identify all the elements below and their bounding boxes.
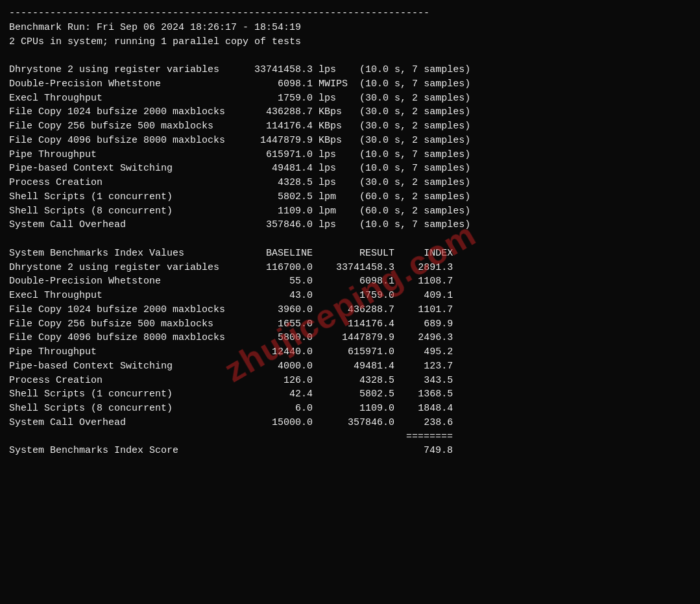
benchmark-row: File Copy 1024 bufsize 2000 maxblocks 43… — [9, 105, 691, 119]
index-row-index: 1108.7 — [394, 274, 453, 289]
index-row-baseline: 3960.0 — [231, 303, 313, 317]
index-row-baseline: 42.4 — [231, 387, 313, 402]
bench-value: 4328.5 — [231, 176, 313, 190]
bench-unit: lps — [313, 148, 354, 162]
bench-value: 5802.5 — [231, 190, 313, 204]
benchmark-row: File Copy 256 bufsize 500 maxblocks 1141… — [9, 119, 691, 134]
bench-meta: (10.0 s, 7 samples) — [354, 77, 470, 91]
index-data-row: Double-Precision Whetstone 55.0 6098.1 1… — [9, 274, 691, 289]
score-value: 749.8 — [231, 444, 453, 458]
bench-value: 357846.0 — [231, 218, 313, 232]
index-row-baseline: 1655.0 — [231, 317, 313, 332]
bench-unit: KBps — [313, 119, 354, 134]
index-data-row: Process Creation 126.0 4328.5 343.5 — [9, 374, 691, 388]
bench-unit: lps — [313, 91, 354, 106]
index-row-label: Pipe-based Context Switching — [9, 359, 231, 374]
index-header-row: System Benchmarks Index Values BASELINE … — [9, 247, 691, 261]
index-row-result: 1109.0 — [313, 402, 394, 416]
index-row-index: 238.6 — [394, 416, 453, 430]
bench-label: File Copy 256 bufsize 500 maxblocks — [9, 119, 231, 134]
index-row-baseline: 55.0 — [231, 274, 313, 289]
benchmark-row: Shell Scripts (8 concurrent) 1109.0 lpm … — [9, 204, 691, 219]
index-row-result: 357846.0 — [313, 416, 394, 430]
index-row-label: Dhrystone 2 using register variables — [9, 261, 231, 275]
bench-value: 1759.0 — [231, 91, 313, 106]
bench-unit: lpm — [313, 204, 354, 219]
benchmark-run-line2: 2 CPUs in system; running 1 parallel cop… — [9, 35, 691, 49]
bench-unit: lps — [313, 162, 354, 176]
index-row-result: 615971.0 — [313, 345, 394, 359]
benchmark-run-line1: Benchmark Run: Fri Sep 06 2024 18:26:17 … — [9, 21, 691, 35]
index-row-baseline: 116700.0 — [231, 261, 313, 275]
benchmark-row: Shell Scripts (1 concurrent) 5802.5 lpm … — [9, 190, 691, 204]
bench-label: Pipe-based Context Switching — [9, 162, 231, 176]
benchmark-row: Dhrystone 2 using register variables 337… — [9, 63, 691, 77]
index-row-label: Process Creation — [9, 374, 231, 388]
index-row-label: Shell Scripts (8 concurrent) — [9, 402, 231, 416]
index-row-baseline: 6.0 — [231, 402, 313, 416]
index-data-row: Pipe Throughput 12440.0 615971.0 495.2 — [9, 345, 691, 359]
score-row: System Benchmarks Index Score 749.8 — [9, 444, 691, 458]
bench-meta: (10.0 s, 7 samples) — [354, 218, 470, 232]
index-row-baseline: 15000.0 — [231, 416, 313, 430]
index-row-baseline: 126.0 — [231, 374, 313, 388]
index-row-label: Shell Scripts (1 concurrent) — [9, 387, 231, 402]
bench-meta: (10.0 s, 7 samples) — [354, 148, 470, 162]
index-row-index: 1368.5 — [394, 387, 453, 402]
index-row-label: File Copy 256 bufsize 500 maxblocks — [9, 317, 231, 332]
index-row-index: 409.1 — [394, 289, 453, 303]
bench-value: 6098.1 — [231, 77, 313, 91]
bench-meta: (30.0 s, 2 samples) — [354, 176, 470, 190]
bench-label: Dhrystone 2 using register variables — [9, 63, 231, 77]
index-row-index: 495.2 — [394, 345, 453, 359]
index-row-result: 1447879.9 — [313, 331, 394, 345]
index-row-label: Execl Throughput — [9, 289, 231, 303]
index-data-row: Execl Throughput 43.0 1759.0 409.1 — [9, 289, 691, 303]
bench-value: 615971.0 — [231, 148, 313, 162]
bench-meta: (60.0 s, 2 samples) — [354, 204, 470, 219]
score-label: System Benchmarks Index Score — [9, 444, 231, 458]
equals-divider: ======== — [9, 430, 691, 444]
bench-label: File Copy 1024 bufsize 2000 maxblocks — [9, 105, 231, 119]
bench-unit: lpm — [313, 190, 354, 204]
bench-unit: lps — [313, 63, 354, 77]
bench-meta: (10.0 s, 7 samples) — [354, 162, 470, 176]
bench-value: 114176.4 — [231, 119, 313, 134]
index-row-result: 33741458.3 — [313, 261, 394, 275]
bench-meta: (10.0 s, 7 samples) — [354, 63, 470, 77]
bench-label: System Call Overhead — [9, 218, 231, 232]
index-row-baseline: 43.0 — [231, 289, 313, 303]
index-row-result: 1759.0 — [313, 289, 394, 303]
bench-value: 436288.7 — [231, 105, 313, 119]
index-row-result: 436288.7 — [313, 303, 394, 317]
bench-unit: lps — [313, 218, 354, 232]
index-row-label: Double-Precision Whetstone — [9, 274, 231, 289]
bench-label: Double-Precision Whetstone — [9, 77, 231, 91]
index-row-result: 114176.4 — [313, 317, 394, 332]
index-row-result: 5802.5 — [313, 387, 394, 402]
benchmark-row: System Call Overhead 357846.0 lps (10.0 … — [9, 218, 691, 232]
index-row-index: 343.5 — [394, 374, 453, 388]
benchmark-row: Pipe Throughput 615971.0 lps (10.0 s, 7 … — [9, 148, 691, 162]
index-row-index: 1848.4 — [394, 402, 453, 416]
benchmark-row: Double-Precision Whetstone 6098.1 MWIPS … — [9, 77, 691, 91]
index-data-row: File Copy 256 bufsize 500 maxblocks 1655… — [9, 317, 691, 332]
benchmark-row: Process Creation 4328.5 lps (30.0 s, 2 s… — [9, 176, 691, 190]
index-col-label: System Benchmarks Index Values — [9, 247, 231, 261]
bench-label: Process Creation — [9, 176, 231, 190]
index-data-row: Shell Scripts (1 concurrent) 42.4 5802.5… — [9, 387, 691, 402]
benchmark-row: Pipe-based Context Switching 49481.4 lps… — [9, 162, 691, 176]
index-row-index: 2891.3 — [394, 261, 453, 275]
bench-unit: lps — [313, 176, 354, 190]
index-data-row: File Copy 4096 bufsize 8000 maxblocks 58… — [9, 331, 691, 345]
index-data-row: Shell Scripts (8 concurrent) 6.0 1109.0 … — [9, 402, 691, 416]
bench-meta: (30.0 s, 2 samples) — [354, 119, 470, 134]
bench-unit: MWIPS — [313, 77, 354, 91]
index-row-index: 689.9 — [394, 317, 453, 332]
benchmark-results-table: Dhrystone 2 using register variables 337… — [9, 63, 691, 232]
index-row-label: File Copy 1024 bufsize 2000 maxblocks — [9, 303, 231, 317]
index-section: System Benchmarks Index Values BASELINE … — [9, 247, 691, 458]
index-row-baseline: 4000.0 — [231, 359, 313, 374]
index-row-index: 123.7 — [394, 359, 453, 374]
index-row-index: 1101.7 — [394, 303, 453, 317]
